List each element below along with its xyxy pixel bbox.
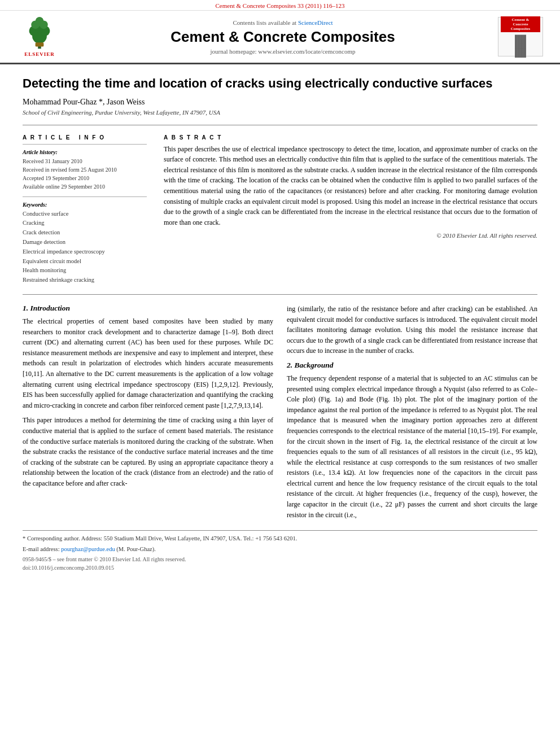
- article-info-col: A R T I C L E I N F O Article history: R…: [23, 134, 147, 285]
- body-content: 1. Introduction The electrical propertie…: [23, 304, 537, 525]
- sciencedirect-line: Contents lists available at ScienceDirec…: [68, 19, 498, 26]
- article-info-label: A R T I C L E I N F O: [23, 134, 147, 141]
- article-history-label: Article history:: [23, 149, 147, 155]
- elsevier-logo: ELSEVIER: [17, 16, 62, 57]
- footnote-area: * Corresponding author. Address: 550 Sta…: [23, 530, 537, 571]
- journal-logo-right: Cement &ConcreteComposites █████████████…: [498, 17, 543, 56]
- received-revised-line: Received in revised form 25 August 2010: [23, 165, 147, 174]
- elsevier-text-label: ELSEVIER: [24, 51, 55, 57]
- copyright-line: © 2010 Elsevier Ltd. All rights reserved…: [164, 232, 537, 239]
- abstract-col: A B S T R A C T This paper describes the…: [164, 134, 537, 285]
- doi-line: doi:10.1016/j.cemconcomp.2010.09.015: [23, 565, 537, 571]
- introduction-heading: 1. Introduction: [23, 304, 273, 313]
- authors-text: Mohammad Pour-Ghaz *, Jason Weiss: [23, 98, 145, 106]
- body-left-col: 1. Introduction The electrical propertie…: [23, 304, 273, 525]
- keyword-3: Crack detection: [23, 228, 147, 238]
- background-paragraph-1: The frequency dependent response of a ma…: [287, 373, 537, 520]
- journal-logo-top-banner: Cement &ConcreteComposites: [501, 16, 540, 32]
- abstract-label: A B S T R A C T: [164, 134, 537, 141]
- affiliation: School of Civil Engineering, Purdue Univ…: [23, 109, 537, 116]
- issn-line: 0958-9465/$ – see front matter © 2010 El…: [23, 556, 537, 562]
- sciencedirect-link[interactable]: ScienceDirect: [298, 19, 333, 26]
- journal-title-header: Cement & Concrete Composites: [68, 28, 498, 46]
- keyword-1: Conductive surface: [23, 209, 147, 219]
- intro-paragraph-2: This paper introduces a method for deter…: [23, 415, 273, 488]
- keyword-2: Cracking: [23, 219, 147, 228]
- divider-middle: [23, 294, 537, 295]
- keyword-7: Health monitoring: [23, 266, 147, 276]
- elsevier-logo-area: ELSEVIER: [17, 16, 68, 57]
- journal-logo-lines: ████████████████████: [515, 35, 526, 58]
- elsevier-tree-icon: [23, 16, 56, 50]
- journal-citation-text: Cement & Concrete Composites 33 (2011) 1…: [216, 2, 345, 9]
- svg-point-7: [36, 17, 44, 27]
- accepted-line: Accepted 19 September 2010: [23, 174, 147, 182]
- keywords-label: Keywords:: [23, 202, 147, 208]
- keywords-section: Keywords: Conductive surface Cracking Cr…: [23, 196, 147, 285]
- journal-citation-bar: Cement & Concrete Composites 33 (2011) 1…: [0, 0, 560, 11]
- available-online-line: Available online 29 September 2010: [23, 182, 147, 191]
- email-label: E-mail address:: [23, 546, 61, 552]
- divider-top: [23, 125, 537, 125]
- keyword-8: Restrained shrinkage cracking: [23, 276, 147, 285]
- journal-header-center: Contents lists available at ScienceDirec…: [68, 19, 498, 55]
- keyword-4: Damage detection: [23, 238, 147, 247]
- email-footnote: E-mail address: pourghaz@purdue.edu (M. …: [23, 545, 537, 554]
- svg-rect-8: [36, 42, 44, 46]
- article-title: Detecting the time and location of crack…: [23, 76, 537, 92]
- main-content: Detecting the time and location of crack…: [0, 64, 560, 582]
- email-name: (M. Pour-Ghaz).: [116, 546, 155, 552]
- received-line: Received 31 January 2010: [23, 157, 147, 165]
- body-right-col: ing (similarly, the ratio of the resista…: [287, 304, 537, 525]
- corresponding-author-footnote: * Corresponding author. Address: 550 Sta…: [23, 534, 537, 543]
- article-history-box: Article history: Received 31 January 201…: [23, 144, 147, 191]
- background-heading: 2. Background: [287, 361, 537, 370]
- authors: Mohammad Pour-Ghaz *, Jason Weiss: [23, 98, 537, 107]
- keyword-6: Equivalent circuit model: [23, 257, 147, 267]
- abstract-text: This paper describes the use of electric…: [164, 144, 537, 228]
- journal-homepage: journal homepage: www.elsevier.com/locat…: [68, 48, 498, 55]
- right-intro-paragraph-1: ing (similarly, the ratio of the resista…: [287, 304, 537, 356]
- homepage-label-text: journal homepage: www.elsevier.com/locat…: [210, 48, 355, 55]
- keyword-5: Electrical impedance spectroscopy: [23, 247, 147, 257]
- intro-paragraph-1: The electrical properties of cement base…: [23, 316, 273, 410]
- contents-list-text: Contents lists available at: [233, 19, 298, 26]
- article-meta-section: A R T I C L E I N F O Article history: R…: [23, 134, 537, 285]
- journal-header: ELSEVIER Contents lists available at Sci…: [0, 11, 560, 64]
- email-link[interactable]: pourghaz@purdue.edu: [61, 546, 115, 552]
